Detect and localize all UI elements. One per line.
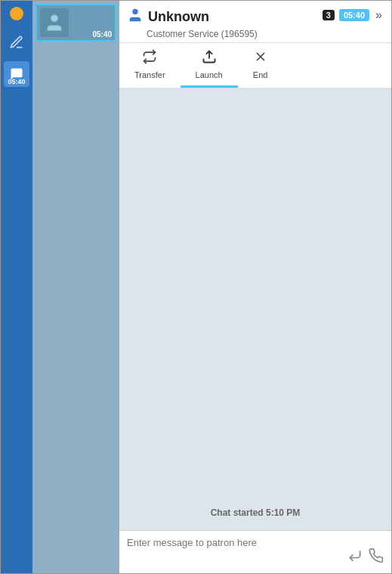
input-icons [347, 548, 384, 567]
main-content: Unknown Customer Service (196595) 3 05:4… [119, 1, 391, 573]
svg-point-1 [132, 9, 137, 14]
sidebar-chat-timer: 05:40 [8, 78, 25, 85]
phone-icon[interactable] [369, 548, 384, 567]
header-right: 3 05:40 » [323, 7, 384, 23]
chat-header: Unknown Customer Service (196595) 3 05:4… [119, 1, 391, 43]
input-area [119, 530, 391, 573]
message-input[interactable] [127, 537, 341, 567]
end-label: End [253, 70, 268, 79]
send-icon[interactable] [347, 548, 363, 567]
end-button[interactable]: End [238, 43, 283, 88]
transfer-label: Transfer [134, 70, 165, 79]
transfer-button[interactable]: Transfer [119, 43, 181, 88]
header-subtitle: Customer Service (196595) [147, 29, 258, 39]
app-container: 05:40 05:40 [0, 0, 392, 574]
end-icon [253, 49, 268, 68]
avatar [40, 8, 69, 37]
header-user-icon [127, 7, 144, 27]
launch-label: Launch [196, 70, 223, 79]
launch-button[interactable]: Launch [181, 43, 238, 88]
sidebar-left: 05:40 [1, 1, 32, 573]
header-title-row: Unknown [127, 7, 258, 27]
middle-panel: 05:40 [32, 1, 119, 573]
pen-icon[interactable] [5, 31, 28, 54]
chat-started-message: Chat started 5:10 PM [127, 507, 384, 518]
middle-icons-area [32, 45, 119, 51]
launch-icon [202, 49, 217, 68]
chat-area: Chat started 5:10 PM [119, 88, 391, 530]
header-username: Unknown [148, 9, 209, 25]
collapse-button[interactable]: » [374, 7, 384, 23]
header-timer: 05:40 [339, 9, 369, 21]
transfer-icon [142, 49, 157, 68]
header-left: Unknown Customer Service (196595) [127, 7, 258, 39]
chat-card-timer: 05:40 [92, 30, 112, 39]
status-dot [10, 7, 23, 20]
chat-card[interactable]: 05:40 [35, 4, 116, 42]
header-badge: 3 [323, 10, 335, 20]
toolbar: Transfer Launch [119, 43, 391, 88]
svg-point-0 [51, 15, 57, 22]
chat-bubble-icon[interactable]: 05:40 [4, 61, 29, 87]
